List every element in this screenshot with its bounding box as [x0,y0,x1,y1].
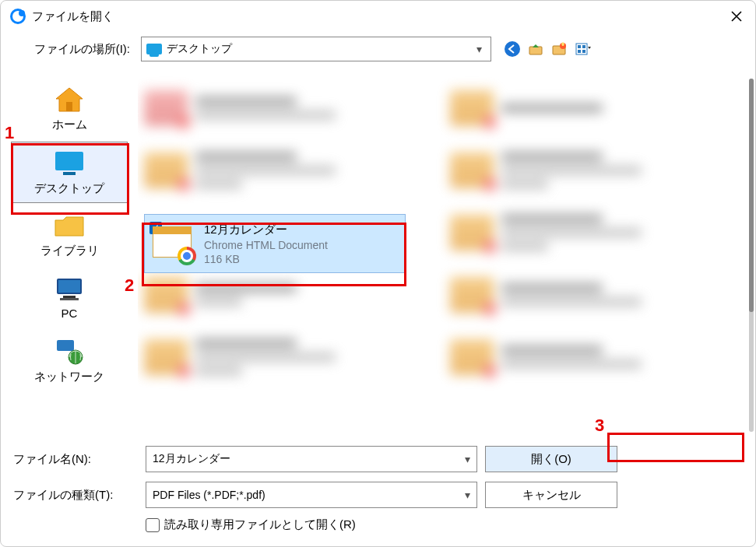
back-button[interactable] [502,39,522,59]
svg-rect-9 [66,102,72,111]
svg-rect-7 [578,50,581,53]
open-button[interactable]: 開く(O) [485,446,617,472]
place-library-label: ライブラリ [40,244,99,258]
new-folder-icon [550,40,568,58]
svg-rect-10 [55,152,83,170]
location-combo[interactable]: デスクトップ ▾ [141,37,491,61]
file-list-area[interactable]: ✓ 12月カレンダー Chrome HTML Document 116 KB [138,69,755,441]
pc-icon [54,275,85,303]
file-meta: 12月カレンダー Chrome HTML Document 116 KB [204,223,328,265]
readonly-checkbox[interactable] [146,518,160,532]
titlebar: ファイルを開く [1,1,755,32]
place-desktop-label: デスクトップ [34,181,104,196]
filename-combo[interactable]: 12月カレンダー ▾ [146,446,477,472]
filetype-combo[interactable]: PDF Files (*.PDF;*.pdf) ▾ [146,482,477,508]
svg-rect-1 [529,47,542,54]
file-thumbnail: ✓ [151,223,196,264]
place-home[interactable]: ホーム [11,77,128,140]
library-folder-icon [52,212,86,240]
window-title: ファイルを開く [32,9,727,24]
view-menu-button[interactable] [572,39,592,59]
desktop-icon [146,44,162,54]
filename-label: ファイル名(N): [13,452,138,467]
svg-point-0 [505,41,520,57]
filetype-value: PDF Files (*.PDF;*.pdf) [153,489,465,501]
file-size: 116 KB [204,253,328,265]
place-network[interactable]: ネットワーク [11,329,128,392]
chevron-down-icon: ▾ [465,453,470,465]
svg-rect-13 [58,280,80,293]
chevron-down-icon: ▾ [465,489,470,501]
folder-up-icon [527,40,544,58]
open-file-dialog: ファイルを開く ファイルの場所(I): デスクトップ ▾ [0,0,756,547]
app-icon [10,9,26,24]
back-arrow-icon [504,40,521,58]
file-name: 12月カレンダー [204,223,328,237]
file-item-selected[interactable]: ✓ 12月カレンダー Chrome HTML Document 116 KB [144,214,406,273]
chrome-overlay-icon [178,247,196,265]
location-row: ファイルの場所(I): デスクトップ ▾ [1,32,755,69]
svg-rect-15 [60,298,79,300]
file-type: Chrome HTML Document [204,239,328,251]
view-grid-icon [574,40,591,58]
dialog-footer: ファイル名(N): 12月カレンダー ▾ 開く(O) ファイルの種類(T): P… [1,441,755,546]
place-library[interactable]: ライブラリ [11,205,128,266]
nav-toolbar [502,39,592,59]
place-home-label: ホーム [52,117,87,132]
place-desktop[interactable]: デスクトップ [11,142,128,203]
readonly-label: 読み取り専用ファイルとして開く(R) [164,517,356,532]
readonly-row[interactable]: 読み取り専用ファイルとして開く(R) [146,517,743,532]
desktop-icon [52,149,86,178]
filename-row: ファイル名(N): 12月カレンダー ▾ 開く(O) [13,446,743,472]
vertical-scrollbar[interactable] [749,79,754,432]
close-button[interactable] [727,7,746,26]
new-folder-button[interactable] [549,39,569,59]
cancel-button[interactable]: キャンセル [485,482,617,508]
chevron-down-icon: ▾ [472,43,486,55]
svg-rect-5 [578,45,581,48]
dialog-body: ホーム デスクトップ ライブラリ PC ネットワーク [1,69,755,441]
svg-rect-8 [582,50,585,53]
place-pc-label: PC [62,307,78,320]
filetype-label: ファイルの種類(T): [13,488,138,503]
network-icon [52,337,86,366]
places-bar: ホーム デスクトップ ライブラリ PC ネットワーク [1,69,138,441]
location-label: ファイルの場所(I): [10,42,135,57]
home-icon [53,85,86,114]
scrollbar-thumb[interactable] [749,79,754,312]
svg-rect-16 [57,340,74,351]
place-network-label: ネットワーク [34,370,104,384]
svg-rect-6 [582,45,585,48]
filename-value: 12月カレンダー [153,452,465,466]
up-one-level-button[interactable] [526,39,546,59]
location-value: デスクトップ [167,42,467,56]
svg-rect-14 [63,296,76,298]
svg-rect-11 [63,172,76,175]
filetype-row: ファイルの種類(T): PDF Files (*.PDF;*.pdf) ▾ キャ… [13,482,743,508]
place-pc[interactable]: PC [11,268,128,328]
close-icon [730,10,743,23]
